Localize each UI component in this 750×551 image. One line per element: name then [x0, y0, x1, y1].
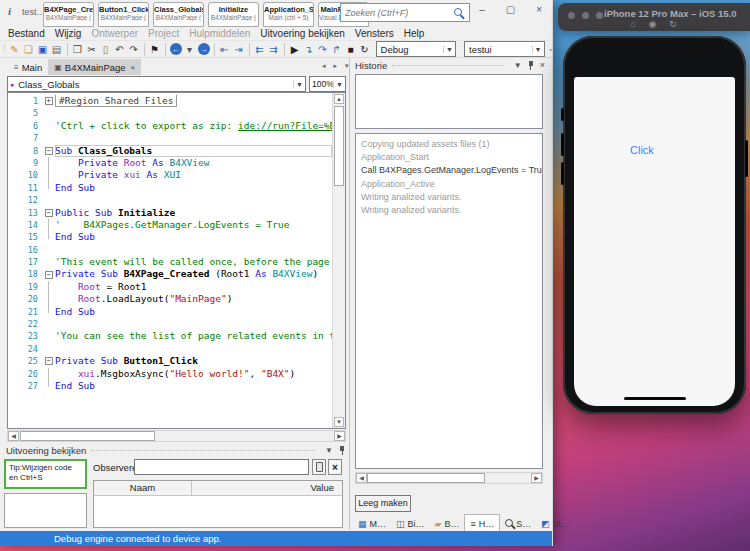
observe-input[interactable] — [134, 459, 309, 475]
close-icon[interactable]: × — [131, 63, 136, 72]
pin-icon[interactable] — [339, 445, 346, 456]
save-icon[interactable]: ▣ — [36, 42, 50, 56]
log-output[interactable]: Copying updated assets files (1)Applicat… — [355, 133, 543, 469]
close-icon[interactable]: × — [540, 60, 545, 70]
code-text: 'This event will be called once, before … — [55, 256, 332, 268]
scroll-left-arrow[interactable]: ◀ — [356, 473, 367, 483]
clear-watch-button[interactable]: × — [328, 459, 342, 475]
pin-icon[interactable] — [528, 60, 535, 71]
editor-horizontal-scrollbar[interactable]: ◀ ▶ — [7, 430, 346, 442]
minimize-traffic-light[interactable] — [582, 12, 589, 19]
tab-history[interactable]: ≡H… — [464, 514, 500, 532]
scroll-right-arrow[interactable]: ▶ — [334, 431, 345, 441]
collapsed-region[interactable]: #Region Shared Files — [55, 95, 177, 107]
screenshot-icon[interactable]: ◉ — [648, 19, 656, 29]
tab-files[interactable]: ▰B… — [430, 515, 465, 532]
history-filter-box[interactable] — [355, 74, 543, 129]
bookmark-icon[interactable]: ⚑ — [148, 42, 162, 56]
cut-icon[interactable]: ✂ — [85, 42, 99, 56]
member-combo[interactable]: ● Class_Globals ▼ — [7, 76, 306, 92]
comment-icon[interactable]: ⇇ — [253, 42, 267, 56]
app-click-button[interactable]: Click — [630, 144, 654, 156]
scroll-down-arrow[interactable]: ▼ — [334, 417, 344, 427]
fold-toggle-icon[interactable]: − — [45, 147, 53, 155]
editor-zoom-combo[interactable]: 100% ▼ — [309, 76, 346, 92]
tab-visual[interactable]: ◩Vi… — [536, 515, 574, 532]
tab-search[interactable]: S… — [500, 515, 536, 532]
navigate-back-icon[interactable]: ← — [170, 43, 182, 55]
editor-tab-main[interactable]: ≡Main — [8, 59, 48, 75]
chevron-down-icon[interactable]: ▼ — [325, 446, 333, 455]
step-into-icon[interactable]: ↴ — [302, 42, 316, 56]
line-number: 21 — [8, 306, 42, 318]
scroll-left-arrow[interactable]: ◀ — [8, 431, 19, 441]
menu-vensters[interactable]: Vensters — [350, 27, 399, 40]
stop-icon[interactable]: ■ — [344, 42, 358, 56]
quick-tab-b4xpage_crea[interactable]: B4XPage_CreaB4XMainPage ( — [43, 2, 94, 27]
scrollbar-thumb[interactable] — [20, 431, 155, 441]
quick-tab-application_st[interactable]: Application_StMain (ctrl + 5) — [263, 2, 314, 27]
log-horizontal-scrollbar[interactable]: ◀ ▶ — [355, 472, 543, 484]
minimize-button[interactable]: – — [479, 4, 485, 15]
undo-icon[interactable]: ↶ — [113, 42, 127, 56]
scrollbar-thumb[interactable] — [334, 106, 344, 186]
menu-wijzig[interactable]: Wijzig — [50, 27, 87, 40]
export-icon[interactable]: ▤ — [50, 42, 64, 56]
fold-toggle-icon[interactable]: − — [45, 271, 53, 279]
watch-list-box[interactable] — [4, 493, 87, 528]
outdent-icon[interactable]: ⇤ — [218, 42, 232, 56]
clear-log-button[interactable]: Leeg maken — [355, 495, 411, 512]
paste-icon[interactable]: ▯ — [99, 42, 113, 56]
chevron-down-icon[interactable]: ▼ — [514, 61, 522, 70]
close-button[interactable]: × — [536, 4, 542, 15]
step-out-icon[interactable]: ↱ — [330, 42, 344, 56]
scroll-right-arrow[interactable]: ▶ — [531, 473, 542, 483]
scroll-up-arrow[interactable]: ▲ — [334, 94, 344, 104]
tab-modules[interactable]: ▦M… — [353, 515, 391, 532]
search-icon[interactable] — [454, 8, 462, 16]
fold-toggle-icon[interactable]: − — [45, 357, 53, 365]
back-dropdown-icon[interactable]: ▾ — [183, 42, 197, 56]
zoom-traffic-light[interactable] — [596, 12, 603, 19]
close-traffic-light[interactable] — [568, 12, 575, 19]
redo-icon[interactable]: ↷ — [127, 42, 141, 56]
editor-tab-b4xmainpage[interactable]: ▣B4XMainPage× — [48, 59, 141, 75]
code-token: Button1_Click — [124, 355, 198, 366]
column-header-naam[interactable]: Naam — [94, 481, 192, 495]
maximize-button[interactable]: ▢ — [506, 4, 515, 15]
fold-toggle-icon[interactable]: + — [45, 97, 53, 105]
restart-icon[interactable]: ↻ — [358, 42, 372, 56]
fold-toggle-icon[interactable]: − — [45, 209, 53, 217]
rotate-icon[interactable]: ↻ — [669, 19, 677, 29]
indent-icon[interactable]: ⇥ — [232, 42, 246, 56]
quick-tab-class_globals[interactable]: Class_GlobalsB4XMainPage ( — [153, 2, 204, 27]
navigate-forward-icon[interactable]: → — [198, 43, 210, 55]
open-project-icon[interactable]: ❏ — [22, 42, 36, 56]
uncomment-icon[interactable]: ⇉ — [267, 42, 281, 56]
toolbar-grip: ⁞ — [3, 44, 6, 54]
column-header-value[interactable]: Value — [192, 481, 342, 495]
tab-libraries[interactable]: ◫Bi… — [391, 515, 430, 532]
home-icon[interactable]: ⌂ — [630, 19, 635, 29]
panel-splitter[interactable] — [349, 58, 350, 530]
search-icon — [505, 519, 513, 529]
new-file-icon[interactable]: ✎ — [8, 42, 22, 56]
menu-help[interactable]: Help — [399, 27, 430, 40]
step-over-icon[interactable]: ↷ — [316, 42, 330, 56]
build-mode-combo[interactable]: Debug ▼ — [376, 41, 457, 57]
quick-tab-initialize[interactable]: InitializeB4XMainPage ( — [208, 2, 259, 27]
search-input[interactable] — [341, 8, 454, 18]
code-editor[interactable]: 1+#Region Shared Files56'Ctrl + click to… — [7, 92, 346, 429]
line-number: 1 — [8, 95, 42, 107]
editor-vertical-scrollbar[interactable]: ▲ ▼ — [332, 93, 345, 428]
pick-device-button[interactable] — [312, 459, 326, 475]
copy-icon[interactable]: ❐ — [71, 42, 85, 56]
line-number: 6 — [8, 120, 42, 132]
scrollbar-thumb[interactable] — [367, 473, 485, 483]
quick-tab-button1_click[interactable]: Button1_ClickB4XMainPage ( — [98, 2, 149, 27]
menu-bestand[interactable]: Bestand — [3, 27, 50, 40]
target-combo[interactable]: testui ▼ — [464, 41, 545, 57]
menu-uitvoering-bekijken[interactable]: Uitvoering bekijken — [255, 27, 350, 40]
run-icon[interactable]: ▶ — [288, 42, 302, 56]
editor-tab-nav-arrows[interactable]: ◂ ▸ ▾ — [322, 62, 351, 70]
